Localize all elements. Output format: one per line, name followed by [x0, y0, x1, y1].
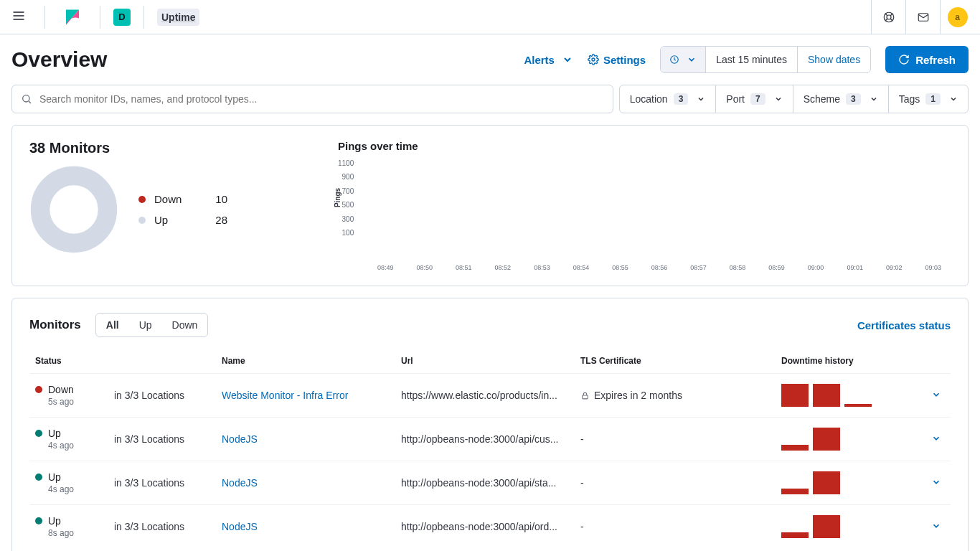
y-tick: 300: [342, 215, 354, 223]
chevron-down-icon: [562, 54, 573, 65]
x-tick: 08:58: [720, 264, 755, 271]
filter-count-badge: 7: [750, 93, 765, 105]
url-cell: https://www.elastic.co/products/in...: [395, 374, 575, 418]
date-range-text[interactable]: Last 15 minutes: [706, 54, 797, 65]
chevron-down-icon: [931, 390, 941, 400]
expand-row-button[interactable]: [922, 418, 951, 461]
status-cell: Up 8s ago: [35, 515, 103, 538]
status-dot-icon: [35, 474, 42, 481]
downtime-history: [781, 471, 916, 494]
filter-scheme[interactable]: Scheme3: [793, 85, 889, 113]
newsfeed-button[interactable]: [905, 0, 940, 34]
chevron-down-icon: [687, 55, 697, 65]
monitor-name-link[interactable]: Website Monitor - Infra Error: [222, 390, 348, 401]
x-tick: 08:51: [446, 264, 481, 271]
x-tick: 08:56: [642, 264, 677, 271]
monitor-name-link[interactable]: NodeJS: [222, 433, 258, 445]
expand-row-button[interactable]: [922, 374, 951, 418]
tls-text: Expires in 2 months: [594, 390, 682, 401]
svg-point-12: [23, 95, 29, 102]
svg-line-7: [885, 19, 887, 21]
expand-row-button[interactable]: [922, 461, 951, 505]
status-dot-icon: [35, 386, 42, 393]
x-tick: 08:50: [407, 264, 443, 271]
monitor-name-link[interactable]: NodeJS: [222, 477, 258, 489]
lifebuoy-icon: [882, 11, 895, 24]
legend-down: Down 10: [138, 189, 227, 209]
col-expand: [922, 349, 951, 374]
menu-button[interactable]: [6, 3, 32, 31]
tab-all[interactable]: All: [96, 314, 129, 336]
history-bar: [813, 428, 840, 451]
x-tick: 08:55: [603, 264, 638, 271]
svg-line-8: [890, 19, 892, 21]
history-bar: [781, 489, 809, 494]
user-menu[interactable]: a: [940, 0, 974, 34]
settings-button[interactable]: Settings: [588, 54, 646, 66]
chevron-down-icon: [931, 521, 941, 531]
search-input[interactable]: [39, 93, 604, 105]
history-bar: [781, 384, 809, 407]
tab-up[interactable]: Up: [129, 314, 162, 336]
status-cell: Up 4s ago: [35, 428, 103, 451]
col-locations: [108, 349, 216, 374]
filter-tags[interactable]: Tags1: [889, 85, 968, 113]
tls-text: -: [580, 521, 584, 532]
page-title: Overview: [11, 47, 515, 72]
pings-bar-chart: Pings 1100900700500300100: [338, 158, 951, 258]
chevron-down-icon: [949, 95, 958, 103]
svg-line-5: [885, 13, 887, 15]
refresh-button[interactable]: Refresh: [885, 46, 969, 73]
search-icon: [21, 93, 32, 105]
x-tick: 09:02: [877, 264, 912, 271]
refresh-icon: [898, 54, 910, 65]
url-cell: http://opbeans-node:3000/api/ord...: [395, 505, 575, 549]
expand-row-button[interactable]: [922, 505, 951, 549]
filter-port[interactable]: Port7: [716, 85, 793, 113]
x-tick: 09:01: [837, 264, 872, 271]
filter-label: Tags: [899, 93, 920, 105]
alerts-button[interactable]: Alerts: [524, 54, 573, 66]
x-tick: 08:57: [681, 264, 716, 271]
x-tick: 08:59: [759, 264, 794, 271]
monitors-title: Monitors: [29, 318, 81, 332]
filter-count-badge: 1: [925, 93, 941, 105]
kibana-logo-icon[interactable]: [64, 9, 81, 26]
nav-left: D Uptime: [6, 3, 199, 31]
legend-up-value: 28: [206, 214, 227, 226]
help-button[interactable]: [871, 0, 905, 34]
legend-down-value: 10: [206, 193, 227, 205]
breadcrumb[interactable]: Uptime: [157, 9, 199, 26]
status-ago: 4s ago: [48, 484, 103, 494]
user-avatar: a: [948, 7, 968, 27]
status-text: Down: [48, 384, 74, 395]
quick-select-button[interactable]: [661, 47, 706, 72]
chevron-down-icon: [931, 433, 941, 443]
dot-icon: [138, 217, 146, 224]
search-box[interactable]: [11, 85, 613, 113]
dot-icon: [138, 196, 146, 203]
y-tick: 1100: [338, 159, 354, 167]
monitor-name-link[interactable]: NodeJS: [222, 521, 258, 532]
filter-count-badge: 3: [674, 93, 689, 105]
table-row: Up 8s ago in 3/3 Locations NodeJS http:/…: [29, 505, 951, 549]
y-tick: 100: [342, 229, 354, 237]
col-tls: TLS Certificate: [575, 349, 776, 374]
col-status: Status: [29, 349, 108, 374]
space-selector[interactable]: D: [113, 9, 131, 26]
divider: [44, 6, 45, 29]
show-dates-button[interactable]: Show dates: [797, 47, 870, 72]
status-dot-icon: [35, 430, 42, 437]
clock-icon: [669, 55, 679, 65]
tls-cell: -: [580, 477, 770, 489]
lock-icon: [580, 391, 590, 400]
certificates-link[interactable]: Certificates status: [857, 319, 951, 331]
status-dot-icon: [35, 517, 42, 524]
locations-cell: in 3/3 Locations: [108, 418, 216, 461]
history-bar: [844, 404, 872, 407]
filter-location[interactable]: Location3: [620, 85, 717, 113]
gear-icon: [588, 54, 599, 65]
tab-down[interactable]: Down: [162, 314, 208, 336]
downtime-history: [781, 515, 916, 538]
locations-cell: in 3/3 Locations: [108, 505, 216, 549]
